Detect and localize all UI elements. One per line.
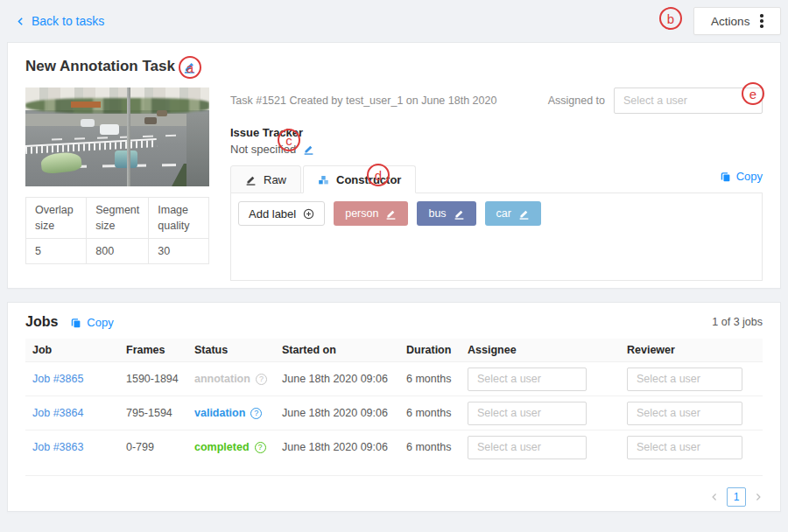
param-value-overlap: 5 — [26, 239, 87, 264]
actions-button[interactable]: Actions — [693, 7, 781, 35]
jobs-copy-label: Copy — [87, 316, 113, 329]
job-status: validation ? — [187, 407, 275, 419]
labels-copy-label: Copy — [736, 170, 763, 183]
question-circle-icon[interactable]: ? — [256, 374, 267, 385]
col-started-on: Started on — [275, 339, 399, 361]
table-row: Job #3864 795-1594 validation ? June 18t… — [25, 396, 763, 430]
job-started: June 18th 2020 09:06 — [275, 441, 399, 453]
pencil-icon — [245, 174, 257, 186]
col-status: Status — [187, 339, 275, 361]
annotation-marker-e: e — [742, 82, 764, 105]
edit-label-car-icon[interactable] — [518, 208, 530, 220]
tab-constructor[interactable]: Constructor — [303, 165, 416, 193]
col-duration: Duration — [399, 339, 461, 361]
question-circle-icon[interactable]: ? — [250, 408, 262, 419]
job-started: June 18th 2020 09:06 — [275, 407, 399, 419]
param-value-segment: 800 — [87, 239, 149, 264]
copy-icon — [720, 171, 731, 182]
table-row: Job #3865 1590-1894 annotation ? June 18… — [25, 361, 763, 396]
job-duration: 6 months — [399, 407, 461, 419]
issue-tracker-label: Issue Tracker — [230, 126, 763, 139]
question-circle-icon[interactable]: ? — [255, 442, 266, 453]
copy-icon — [70, 317, 81, 328]
annotation-marker-d: d — [367, 164, 390, 186]
jobs-count: 1 of 3 jobs — [712, 316, 763, 328]
job-status-text: annotation — [194, 373, 250, 385]
add-label-text: Add label — [249, 207, 296, 220]
task-preview-image — [25, 88, 209, 186]
next-page-icon[interactable] — [754, 493, 763, 501]
pagination: 1 — [25, 475, 763, 507]
assigned-to-select[interactable] — [614, 88, 763, 114]
job-frames: 1590-1894 — [119, 373, 187, 385]
assignee-select[interactable] — [468, 368, 587, 391]
labels-tab-bar: Raw Constructor Copy — [230, 165, 763, 193]
edit-label-bus-icon[interactable] — [454, 208, 465, 220]
task-meta-text: Task #1521 Created by test_user_1 on Jun… — [230, 94, 496, 107]
label-chip-bus[interactable]: bus — [417, 201, 475, 226]
job-status: annotation ? — [187, 373, 275, 385]
label-chip-car[interactable]: car — [485, 201, 541, 226]
col-assignee: Assignee — [461, 339, 620, 361]
tab-raw-label: Raw — [264, 173, 286, 186]
label-person-name: person — [345, 207, 378, 220]
reviewer-select[interactable] — [627, 402, 742, 425]
param-value-quality: 30 — [149, 239, 209, 264]
task-details-card: New Annotation Task Overlap size Segment… — [7, 42, 781, 289]
page-1-button[interactable]: 1 — [727, 487, 746, 507]
jobs-copy-link[interactable]: Copy — [70, 316, 113, 329]
annotation-marker-a: a — [179, 56, 201, 79]
assignee-select[interactable] — [468, 402, 587, 425]
job-status-text: validation — [194, 407, 245, 419]
param-header-overlap: Overlap size — [26, 198, 87, 239]
reviewer-select[interactable] — [627, 368, 742, 391]
chevron-left-icon — [16, 17, 25, 26]
col-frames: Frames — [119, 339, 187, 361]
col-job: Job — [25, 339, 119, 361]
table-row: Job #3863 0-799 completed ? June 18th 20… — [25, 430, 763, 464]
build-blocks-icon — [318, 174, 329, 186]
jobs-table-header: Job Frames Status Started on Duration As… — [25, 339, 763, 361]
job-started: June 18th 2020 09:06 — [275, 373, 399, 385]
job-link[interactable]: Job #3863 — [32, 441, 83, 453]
prev-page-icon[interactable] — [710, 493, 719, 501]
actions-label: Actions — [711, 15, 749, 28]
back-to-tasks-link[interactable]: Back to tasks — [16, 14, 104, 28]
job-duration: 6 months — [399, 373, 461, 385]
job-status-text: completed — [194, 441, 250, 453]
job-frames: 795-1594 — [119, 407, 187, 419]
col-reviewer: Reviewer — [620, 339, 763, 361]
annotation-marker-b: b — [659, 7, 682, 30]
job-link[interactable]: Job #3865 — [32, 373, 83, 385]
assignee-select[interactable] — [468, 436, 587, 459]
annotation-marker-c: c — [278, 129, 300, 151]
job-status: completed ? — [187, 441, 275, 453]
plus-circle-icon — [303, 208, 314, 220]
task-parameters-table: Overlap size Segment size Image quality … — [25, 197, 209, 264]
task-title: New Annotation Task — [25, 58, 175, 75]
add-label-button[interactable]: Add label — [238, 201, 325, 226]
assigned-to-label: Assigned to — [548, 94, 605, 107]
label-chip-person[interactable]: person — [334, 201, 408, 226]
reviewer-select[interactable] — [627, 436, 742, 459]
jobs-title: Jobs — [25, 314, 58, 330]
back-to-tasks-label: Back to tasks — [32, 14, 104, 28]
edit-label-person-icon[interactable] — [385, 208, 397, 220]
job-duration: 6 months — [399, 441, 461, 453]
edit-issue-tracker-icon[interactable] — [303, 144, 314, 155]
tab-raw[interactable]: Raw — [230, 165, 301, 193]
label-bus-name: bus — [428, 207, 446, 220]
param-header-segment: Segment size — [87, 198, 149, 239]
label-constructor-panel: Add label person bus — [230, 193, 763, 281]
param-header-quality: Image quality — [149, 198, 209, 239]
labels-copy-link[interactable]: Copy — [720, 170, 763, 183]
jobs-card: Jobs Copy 1 of 3 jobs Job Frames Status … — [7, 302, 781, 512]
job-link[interactable]: Job #3864 — [32, 407, 83, 419]
job-frames: 0-799 — [119, 441, 187, 453]
kebab-menu-icon — [760, 14, 763, 28]
label-car-name: car — [496, 207, 511, 220]
